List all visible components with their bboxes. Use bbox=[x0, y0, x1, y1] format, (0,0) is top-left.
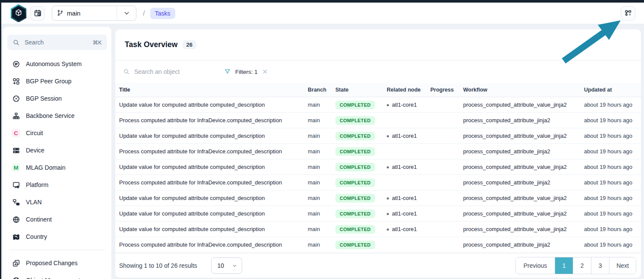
sidebar-item-label: BGP Peer Group bbox=[26, 78, 72, 85]
task-workflow: process_computed_attribute_value_jinja2 bbox=[463, 195, 584, 201]
state-badge: COMPLETED bbox=[335, 225, 375, 234]
previous-page-button[interactable]: Previous bbox=[516, 257, 555, 274]
active-filters: Filters: 1 bbox=[224, 68, 268, 75]
state-badge: COMPLETED bbox=[335, 147, 375, 156]
task-updated-at: about 19 hours ago bbox=[584, 179, 641, 186]
sidebar-item-label: BGP Session bbox=[26, 95, 62, 102]
task-workflow: process_computed_attribute_value_jinja2 bbox=[463, 210, 584, 217]
clear-filters-icon[interactable] bbox=[262, 69, 268, 75]
backbone-service-icon bbox=[12, 111, 20, 120]
task-workflow: process_computed_attribute_jinja2 bbox=[463, 148, 584, 155]
state-badge: COMPLETED bbox=[335, 178, 375, 187]
schema-button[interactable] bbox=[621, 6, 635, 21]
sidebar-item-bgp-session[interactable]: BGP Session bbox=[7, 90, 107, 107]
sidebar-item-backbone-service[interactable]: Backbone Service bbox=[7, 107, 107, 124]
sidebar-item-label: Country bbox=[26, 233, 47, 240]
state-badge: COMPLETED bbox=[335, 101, 375, 109]
sidebar-item-label: VLAN bbox=[26, 199, 42, 206]
filter-funnel-icon[interactable] bbox=[224, 68, 231, 75]
task-state: COMPLETED bbox=[335, 101, 387, 109]
column-header-title: Title bbox=[115, 87, 308, 93]
task-row[interactable]: Update value for computed attribute comp… bbox=[115, 159, 641, 175]
sidebar-item-mlag-domain[interactable]: MMLAG Domain bbox=[7, 159, 107, 176]
bgp-peer-group-icon bbox=[12, 77, 20, 86]
task-title: Update value for computed attribute comp… bbox=[115, 101, 308, 108]
sidebar-item-label: Circuit bbox=[26, 130, 43, 136]
proposed-changes-icon bbox=[12, 259, 20, 267]
task-updated-at: about 19 hours ago bbox=[584, 210, 641, 217]
sidebar-item-label: Device bbox=[26, 147, 44, 154]
breadcrumb-separator: / bbox=[143, 9, 145, 18]
task-row[interactable]: Update value for computed attribute comp… bbox=[115, 97, 641, 113]
tasks-table: TitleBranchStateRelated nodeProgressWork… bbox=[115, 83, 641, 253]
sidebar-item-label: Continent bbox=[26, 216, 52, 223]
task-branch: main bbox=[308, 148, 335, 155]
task-row[interactable]: Update value for computed attribute comp… bbox=[115, 128, 641, 144]
vlan-icon bbox=[12, 198, 20, 206]
column-header-branch: Branch bbox=[308, 87, 335, 93]
sidebar-item-label: Autonomous System bbox=[26, 60, 82, 67]
bgp-session-icon bbox=[12, 94, 20, 103]
task-updated-at: about 19 hours ago bbox=[584, 148, 641, 155]
column-header-state: State bbox=[335, 87, 387, 93]
task-branch: main bbox=[308, 226, 335, 232]
page-button-3[interactable]: 3 bbox=[591, 257, 609, 274]
task-related-node: atl1-core1 bbox=[387, 133, 430, 139]
object-management-icon bbox=[12, 276, 20, 279]
task-updated-at: about 19 hours ago bbox=[584, 101, 641, 108]
breadcrumb-tasks[interactable]: Tasks bbox=[150, 8, 175, 19]
task-state: COMPLETED bbox=[335, 241, 387, 249]
sidebar-item-label: Proposed Changes bbox=[26, 260, 78, 266]
task-row[interactable]: Process computed attribute for InfraDevi… bbox=[115, 144, 641, 159]
sidebar-item-proposed-changes[interactable]: Proposed Changes bbox=[7, 254, 107, 272]
sidebar-item-circuit[interactable]: CCircuit bbox=[7, 124, 107, 142]
state-badge: COMPLETED bbox=[335, 116, 375, 125]
node-status-dot bbox=[387, 197, 389, 200]
sidebar-item-autonomous-system[interactable]: Autonomous System bbox=[7, 55, 107, 73]
task-row[interactable]: Update value for computed attribute comp… bbox=[115, 206, 641, 222]
node-status-dot bbox=[387, 213, 389, 215]
page-size-select[interactable]: 10 bbox=[211, 257, 242, 274]
sidebar-item-country[interactable]: Country bbox=[7, 228, 107, 245]
object-search-input[interactable]: Search an object bbox=[123, 68, 215, 75]
page-size-value: 10 bbox=[218, 262, 224, 269]
task-state: COMPLETED bbox=[335, 116, 387, 125]
page-button-1[interactable]: 1 bbox=[555, 257, 573, 274]
task-row[interactable]: Process computed attribute for InfraDevi… bbox=[115, 113, 641, 128]
task-row[interactable]: Process computed attribute for InfraDevi… bbox=[115, 237, 641, 253]
time-travel-button[interactable] bbox=[30, 6, 45, 21]
state-badge: COMPLETED bbox=[335, 163, 375, 171]
task-state: COMPLETED bbox=[335, 194, 387, 203]
panel-header: Task Overview 26 bbox=[115, 29, 641, 60]
task-workflow: process_computed_attribute_value_jinja2 bbox=[463, 164, 584, 170]
task-state: COMPLETED bbox=[335, 225, 387, 234]
sidebar-item-vlan[interactable]: VLAN bbox=[7, 193, 107, 211]
task-updated-at: about 19 hours ago bbox=[584, 117, 641, 124]
infrahub-logo[interactable] bbox=[10, 4, 27, 22]
continent-icon bbox=[12, 215, 20, 224]
window-frame-left bbox=[0, 0, 1, 279]
sidebar-item-platform[interactable]: Platform bbox=[7, 176, 107, 193]
task-row[interactable]: Update value for computed attribute comp… bbox=[115, 222, 641, 237]
object-search-placeholder: Search an object bbox=[134, 68, 180, 75]
sidebar-item-object-management[interactable]: Object Management bbox=[7, 272, 107, 279]
task-related-node: atl1-core1 bbox=[387, 195, 430, 201]
sidebar-search-button[interactable]: Search ⌘K bbox=[7, 35, 107, 50]
branch-selector[interactable]: main bbox=[52, 6, 136, 21]
next-page-button[interactable]: Next bbox=[609, 257, 636, 274]
task-branch: main bbox=[308, 133, 335, 139]
chevron-down-icon[interactable] bbox=[117, 10, 136, 17]
task-count-badge: 26 bbox=[183, 40, 196, 49]
column-header-related-node: Related node bbox=[387, 87, 430, 93]
task-state: COMPLETED bbox=[335, 147, 387, 156]
mlag-domain-letter-badge: M bbox=[12, 163, 20, 172]
task-state: COMPLETED bbox=[335, 178, 387, 187]
top-bar: main / Tasks bbox=[1, 3, 644, 24]
sidebar-item-continent[interactable]: Continent bbox=[7, 211, 107, 228]
task-row[interactable]: Update value for computed attribute comp… bbox=[115, 190, 641, 206]
page-button-2[interactable]: 2 bbox=[573, 257, 591, 274]
task-row[interactable]: Process computed attribute for InfraDevi… bbox=[115, 175, 641, 190]
task-title: Update value for computed attribute comp… bbox=[115, 210, 308, 217]
sidebar-item-bgp-peer-group[interactable]: BGP Peer Group bbox=[7, 73, 107, 90]
sidebar-item-device[interactable]: Device bbox=[7, 142, 107, 159]
